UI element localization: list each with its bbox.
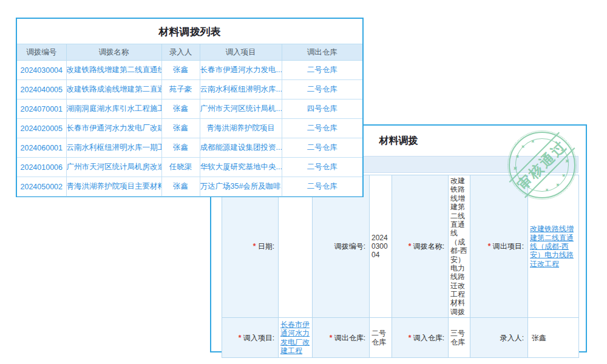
cell-out-warehouse[interactable]: 二号仓库 xyxy=(282,158,362,177)
cell-out-warehouse[interactable]: 二号仓库 xyxy=(282,177,362,197)
out-warehouse-value: 二号仓库 xyxy=(370,318,392,358)
cell-transfer-name[interactable]: 湖南洞庭湖水库引水工程施工... xyxy=(66,99,161,119)
cell-in-project[interactable]: 万达广场35#会所及咖啡... xyxy=(200,177,282,197)
col-header-out-warehouse: 调出仓库 xyxy=(282,44,362,61)
table-row[interactable]: 2024060001 云南水利枢纽潜明水库一期工... 张鑫 成都能源建设集团投… xyxy=(17,138,362,158)
cell-transfer-name[interactable]: 长春市伊通河水力发电厂改建... xyxy=(66,119,161,138)
out-warehouse-label: 调出仓库: xyxy=(313,318,370,358)
cell-entry-person[interactable]: 张鑫 xyxy=(161,119,200,138)
cell-in-project[interactable]: 青海洪湖养护院项目 xyxy=(200,119,282,138)
in-warehouse-label: 调入仓库: xyxy=(392,318,449,358)
transfer-name-value: 改建铁路线增建第二线直通线（成都-西安）电力线路迁改工程材料调拨 xyxy=(449,175,470,318)
table-row[interactable]: 2024010006 广州市天河区统计局机房改造... 任晓渠 华软大厦研究基地… xyxy=(17,158,362,177)
table-header-row: 调拨编号 调拨名称 录入人 调入项目 调出仓库 xyxy=(17,44,362,61)
cell-in-project[interactable]: 广州市天河区统计局机... xyxy=(200,99,282,119)
cell-in-project[interactable]: 成都能源建设集团投资... xyxy=(200,138,282,158)
cell-transfer-name[interactable]: 广州市天河区统计局机房改造... xyxy=(66,158,161,177)
col-header-in-project: 调入项目 xyxy=(200,44,282,61)
in-project-label: 调入项目: xyxy=(222,318,279,358)
table-row[interactable]: 2024040005 改建铁路成渝线增建第二直通... 苑子豪 云南水利枢纽潜明… xyxy=(17,80,362,99)
in-warehouse-value: 三号仓库 xyxy=(449,318,470,358)
transfer-list-table: 调拨编号 调拨名称 录入人 调入项目 调出仓库 2024030004 改建铁路线… xyxy=(17,44,362,197)
col-header-transfer-no: 调拨编号 xyxy=(17,44,66,61)
transfer-detail-form-table: 日期: 调拨编号: 2024030004 调拨名称: 改建铁路线增建第二线直通线… xyxy=(222,175,579,358)
table-row[interactable]: 2024070001 湖南洞庭湖水库引水工程施工... 张鑫 广州市天河区统计局… xyxy=(17,99,362,119)
cell-transfer-name[interactable]: 改建铁路成渝线增建第二直通... xyxy=(66,80,161,99)
cell-transfer-name[interactable]: 云南水利枢纽潜明水库一期工... xyxy=(66,138,161,158)
cell-in-project[interactable]: 云南水利枢纽潜明水库... xyxy=(200,80,282,99)
col-header-entry-person: 录入人 xyxy=(161,44,200,61)
cell-transfer-no[interactable]: 2024020005 xyxy=(17,119,66,138)
cell-entry-person[interactable]: 张鑫 xyxy=(161,138,200,158)
cell-transfer-no[interactable]: 2024040005 xyxy=(17,80,66,99)
list-panel-title: 材料调拨列表 xyxy=(17,19,362,44)
table-row[interactable]: 2024050002 青海洪湖养护院项目主要材料... 张鑫 万达广场35#会所… xyxy=(17,177,362,197)
cell-transfer-no[interactable]: 2024050002 xyxy=(17,177,66,197)
col-header-transfer-name: 调拨名称 xyxy=(66,44,161,61)
cell-entry-person[interactable]: 苑子豪 xyxy=(161,80,200,99)
cell-out-warehouse[interactable]: 二号仓库 xyxy=(282,119,362,138)
cell-entry-person[interactable]: 张鑫 xyxy=(161,99,200,119)
transfer-no-value: 2024030004 xyxy=(370,175,392,318)
out-project-link[interactable]: 改建铁路线增建第二线直通线（成都-西安）电力线路迁改工程 xyxy=(530,224,574,268)
material-transfer-list-panel: 材料调拨列表 调拨编号 调拨名称 录入人 调入项目 调出仓库 202403000… xyxy=(16,18,364,197)
cell-entry-person[interactable]: 张鑫 xyxy=(161,177,200,197)
cell-transfer-no[interactable]: 2024070001 xyxy=(17,99,66,119)
table-row[interactable]: 2024020005 长春市伊通河水力发电厂改建... 张鑫 青海洪湖养护院项目… xyxy=(17,119,362,138)
cell-transfer-no[interactable]: 2024010006 xyxy=(17,158,66,177)
cell-out-warehouse[interactable]: 二号仓库 xyxy=(282,80,362,99)
cell-entry-person[interactable]: 张鑫 xyxy=(161,61,200,80)
cell-transfer-no[interactable]: 2024060001 xyxy=(17,138,66,158)
cell-entry-person[interactable]: 任晓渠 xyxy=(161,158,200,177)
out-project-label: 调出项目: xyxy=(470,175,528,318)
cell-out-warehouse[interactable]: 二号仓库 xyxy=(282,138,362,158)
entry-person-value: 张鑫 xyxy=(528,318,579,358)
cell-transfer-no[interactable]: 2024030004 xyxy=(17,61,66,80)
transfer-name-label: 调拨名称: xyxy=(392,175,449,318)
cell-transfer-name[interactable]: 青海洪湖养护院项目主要材料... xyxy=(66,177,161,197)
cell-in-project[interactable]: 华软大厦研究基地中央... xyxy=(200,158,282,177)
in-project-link[interactable]: 长春市伊通河水力发电厂改建工程 xyxy=(280,320,310,355)
entry-person-label: 录入人: xyxy=(470,318,528,358)
cell-out-warehouse[interactable]: 四号仓库 xyxy=(282,99,362,119)
table-row[interactable]: 2024030004 改建铁路线增建第二线直通线... 张鑫 长春市伊通河水力发… xyxy=(17,61,362,80)
cell-transfer-name[interactable]: 改建铁路线增建第二线直通线... xyxy=(66,61,161,80)
cell-out-warehouse[interactable]: 二号仓库 xyxy=(282,61,362,80)
cell-in-project[interactable]: 长春市伊通河水力发电... xyxy=(200,61,282,80)
page: 材料调拨 日期: 调拨编号: 2024030004 调拨名称: 改建铁路线增建第… xyxy=(0,0,607,364)
